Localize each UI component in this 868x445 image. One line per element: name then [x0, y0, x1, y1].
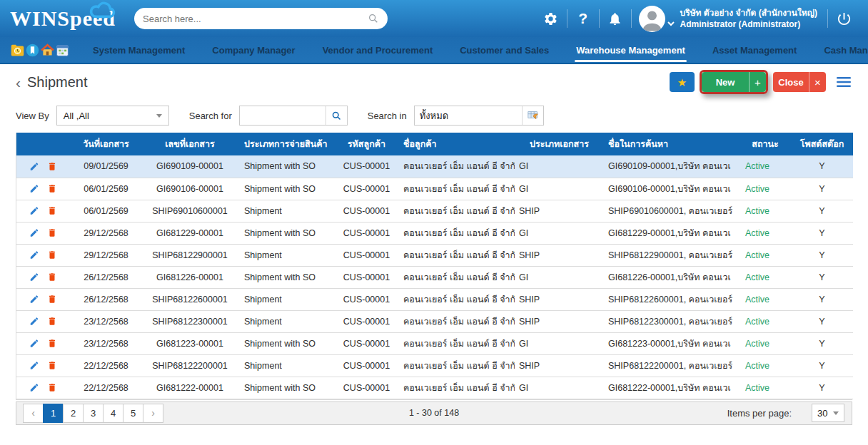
new-button[interactable]: New +	[702, 72, 766, 92]
back-chevron-icon[interactable]: ‹	[16, 75, 21, 90]
cell-search-name: SHIP68122200001, คอนเวเยอร์	[604, 354, 740, 377]
home-button[interactable]	[40, 39, 55, 61]
nav-item-vendor-and-procurement[interactable]: Vendor and Procurement	[323, 45, 433, 56]
notifications-button[interactable]	[601, 4, 630, 33]
delete-icon[interactable]	[47, 316, 57, 327]
delete-icon[interactable]	[47, 272, 57, 282]
avatar[interactable]	[639, 6, 665, 32]
cell-date: 29/12/2568	[72, 244, 140, 266]
column-header[interactable]: โพสต์สต๊อก	[791, 133, 853, 155]
delete-icon[interactable]	[47, 183, 57, 194]
view-by-select[interactable]: All ,All	[56, 106, 169, 126]
page-button-1[interactable]: 1	[43, 404, 64, 423]
table-row[interactable]: 26/12/2568GI681226-00001Shipment with SO…	[16, 266, 853, 288]
view-by-label: View By	[16, 111, 49, 121]
page-button-5[interactable]: 5	[123, 404, 143, 423]
delete-icon[interactable]	[47, 161, 57, 172]
settings-button[interactable]	[537, 4, 565, 33]
nav-item-cash-management[interactable]: Cash Management	[824, 45, 868, 56]
search-for-button[interactable]	[326, 106, 347, 125]
cell-status: Active	[740, 266, 791, 288]
column-header[interactable]: วันที่เอกสาร	[72, 133, 140, 155]
delete-icon[interactable]	[47, 382, 57, 393]
logout-button[interactable]	[829, 4, 858, 33]
edit-icon[interactable]	[29, 161, 39, 172]
column-header[interactable]: ชื่อในการค้นหา	[604, 133, 740, 155]
delete-icon[interactable]	[47, 250, 57, 260]
help-button[interactable]: ?	[569, 4, 597, 33]
nav-item-customer-and-sales[interactable]: Customer and Sales	[460, 45, 549, 56]
favorite-button[interactable]: ★	[670, 72, 695, 92]
delete-icon[interactable]	[47, 294, 57, 305]
cell-issue-type: Shipment	[240, 288, 333, 310]
cell-issue-type: Shipment	[240, 244, 333, 266]
table-row[interactable]: 23/12/2568SHIP68122300001ShipmentCUS-000…	[16, 310, 853, 332]
delete-icon[interactable]	[47, 205, 57, 216]
account-info[interactable]: บริษัท ตัวอย่าง จำกัด (สำนักงานใหญ่) Adm…	[680, 7, 817, 30]
cell-doc-type: GI	[515, 222, 604, 244]
table-row[interactable]: 06/01/2569GI690106-00001Shipment with SO…	[16, 178, 853, 200]
edit-icon[interactable]	[29, 227, 39, 238]
column-header[interactable]: ประเภทการจ่ายสินค้า	[240, 133, 333, 155]
table-row[interactable]: 23/12/2568GI681223-00001Shipment with SO…	[16, 332, 853, 354]
edit-icon[interactable]	[29, 338, 39, 349]
column-header[interactable]: เลขที่เอกสาร	[140, 133, 240, 155]
cell-issue-type: Shipment with SO	[240, 222, 333, 244]
nav-item-system-management[interactable]: System Management	[93, 45, 185, 56]
delete-icon[interactable]	[47, 360, 57, 371]
table-row[interactable]: 09/01/2569GI690109-00001Shipment with SO…	[16, 155, 853, 178]
column-header[interactable]: ประเภทเอกสาร	[515, 133, 604, 155]
list-menu-button[interactable]	[835, 75, 852, 89]
close-button[interactable]: Close ×	[773, 72, 826, 92]
page-button-3[interactable]: 3	[83, 404, 104, 423]
page-button-2[interactable]: 2	[63, 404, 84, 423]
search-for-input[interactable]	[240, 106, 326, 125]
edit-icon[interactable]	[29, 382, 39, 393]
column-header[interactable]: ชื่อลูกค้า	[400, 133, 515, 155]
global-search[interactable]	[134, 8, 388, 29]
delete-icon[interactable]	[47, 227, 57, 238]
edit-icon[interactable]	[29, 205, 39, 216]
cell-cust-name: คอนเวเยอร์ เอ็ม แอนด์ อี จำกัด	[400, 155, 515, 178]
table-row[interactable]: 22/12/2568SHIP68122200001ShipmentCUS-000…	[16, 354, 853, 377]
recent-files-button[interactable]	[10, 39, 25, 61]
edit-icon[interactable]	[29, 316, 39, 327]
edit-icon[interactable]	[29, 272, 39, 282]
cell-search-name: GI681222-00001,บริษัท คอนเวเ	[604, 377, 740, 399]
table-row[interactable]: 26/12/2568SHIP68122600001ShipmentCUS-000…	[16, 288, 853, 310]
cell-doc-no: SHIP68122900001	[140, 244, 240, 266]
row-actions	[16, 288, 72, 310]
page-title: Shipment	[27, 74, 88, 91]
bookmarks-button[interactable]	[25, 39, 40, 61]
app-logo[interactable]: WINSpeed	[10, 6, 116, 31]
close-x-icon[interactable]: ×	[809, 72, 826, 92]
prev-page-button[interactable]: ‹	[23, 404, 44, 423]
global-search-input[interactable]	[143, 14, 368, 24]
search-in-input[interactable]	[415, 106, 522, 125]
chevron-down-icon[interactable]	[667, 21, 675, 26]
page-button-4[interactable]: 4	[103, 404, 123, 423]
cell-cust-name: คอนเวเยอร์ เอ็ม แอนด์ อี จำกัด	[400, 244, 515, 266]
delete-icon[interactable]	[47, 338, 57, 349]
edit-icon[interactable]	[29, 360, 39, 371]
column-header[interactable]: สถานะ	[740, 133, 791, 155]
cell-status: Active	[740, 222, 791, 244]
column-header[interactable]: รหัสลูกค้า	[333, 133, 400, 155]
edit-icon[interactable]	[29, 183, 39, 194]
nav-item-company-manager[interactable]: Company Manager	[212, 45, 295, 56]
cell-status: Active	[740, 244, 791, 266]
next-page-button[interactable]: ›	[143, 404, 163, 423]
plus-icon[interactable]: +	[749, 72, 766, 92]
table-row[interactable]: 29/12/2568GI681229-00001Shipment with SO…	[16, 222, 853, 244]
nav-item-warehouse-management[interactable]: Warehouse Management	[576, 45, 685, 56]
edit-icon[interactable]	[29, 250, 39, 260]
table-row[interactable]: 06/01/2569SHIP69010600001ShipmentCUS-000…	[16, 200, 853, 222]
search-in-filter-button[interactable]	[522, 106, 543, 125]
edit-icon[interactable]	[29, 294, 39, 305]
table-row[interactable]: 22/12/2568GI681222-00001Shipment with SO…	[16, 377, 853, 399]
table-row[interactable]: 29/12/2568SHIP68122900001ShipmentCUS-000…	[16, 244, 853, 266]
cell-post-stock: Y	[791, 354, 853, 377]
calendar-button[interactable]	[55, 39, 70, 61]
nav-item-asset-management[interactable]: Asset Management	[712, 45, 797, 56]
items-per-page-select[interactable]: 30	[812, 404, 844, 422]
